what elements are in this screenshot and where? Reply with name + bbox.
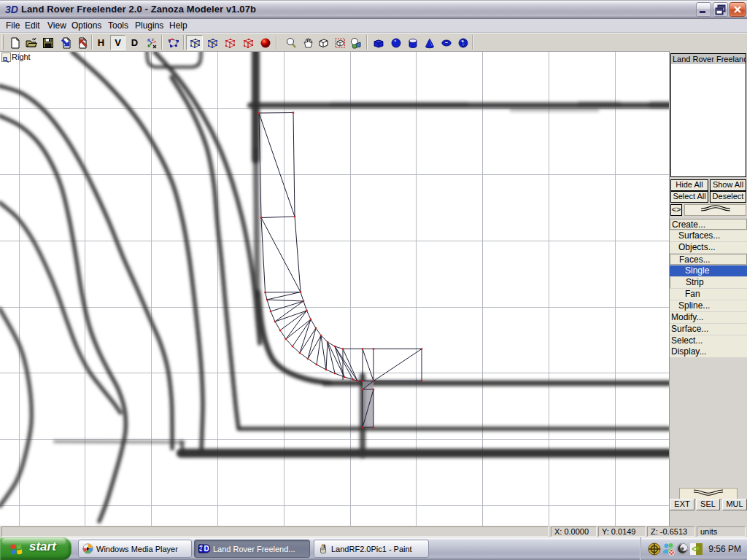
svg-text:D: D bbox=[204, 545, 209, 553]
svg-text:z: z bbox=[152, 37, 154, 42]
svg-text:3D: 3D bbox=[5, 4, 18, 15]
